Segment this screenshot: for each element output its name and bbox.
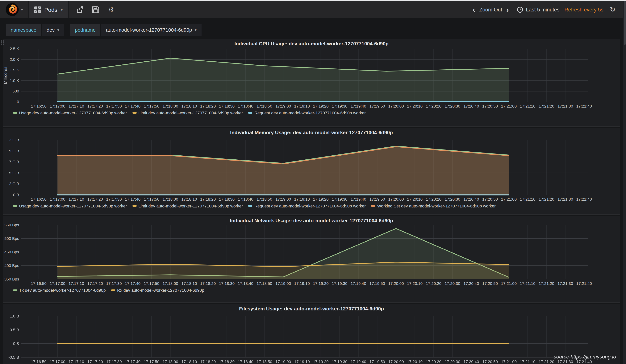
svg-text:0: 0 bbox=[17, 99, 19, 104]
refresh-icon[interactable]: ↻ bbox=[610, 5, 616, 14]
panel-title-filesystem[interactable]: Filesystem Usage: dev auto-model-worker-… bbox=[3, 305, 620, 312]
svg-text:17:19:00: 17:19:00 bbox=[275, 197, 291, 201]
svg-text:17:21:10: 17:21:10 bbox=[520, 281, 536, 286]
svg-text:17:16:50: 17:16:50 bbox=[31, 360, 46, 364]
scrollbar-thumb[interactable] bbox=[624, 1, 626, 45]
legend-item[interactable]: Limit dev auto-model-worker-1270771004-6… bbox=[132, 204, 243, 208]
caret-down-icon: ▾ bbox=[21, 7, 23, 12]
svg-text:17:19:20: 17:19:20 bbox=[313, 281, 329, 286]
legend-item[interactable]: Tx dev auto-model-worker-1270771004-6d90… bbox=[13, 288, 106, 293]
source-note: source https://jimmysong.io bbox=[554, 354, 616, 360]
legend-item[interactable]: Limit dev auto-model-worker-1270771004-6… bbox=[132, 111, 243, 115]
time-shift-forward-button[interactable]: › bbox=[506, 6, 509, 13]
svg-text:1.0 B: 1.0 B bbox=[10, 314, 19, 318]
legend-label: Limit dev auto-model-worker-1270771004-6… bbox=[138, 204, 243, 208]
zoom-out-button[interactable]: Zoom Out bbox=[479, 7, 502, 12]
svg-text:17:19:00: 17:19:00 bbox=[275, 360, 291, 364]
cyan-series-swatch bbox=[248, 112, 252, 114]
legend-item[interactable]: Usage dev auto-model-worker-1270771004-6… bbox=[13, 111, 127, 115]
memory-legend: Usage dev auto-model-worker-1270771004-6… bbox=[13, 204, 620, 208]
chart-svg: 350 Bps400 Bps450 Bps500 Bps550 Bps17:16… bbox=[3, 224, 620, 288]
svg-text:17:19:40: 17:19:40 bbox=[351, 360, 366, 364]
cpu-chart[interactable]: 05001.0 K1.5 K2.0 K2.5 K17:16:5017:17:00… bbox=[3, 47, 620, 110]
svg-text:17:19:00: 17:19:00 bbox=[275, 281, 291, 286]
y-axis-label: Millicores bbox=[3, 66, 8, 84]
svg-text:17:20:50: 17:20:50 bbox=[482, 104, 498, 108]
chart-svg: -0.5 B0 B0.5 B1.0 B17:16:5017:17:0017:17… bbox=[3, 312, 620, 364]
variable-podname-value[interactable]: auto-model-worker-1270771004-6d90p ▾ bbox=[101, 24, 201, 36]
svg-text:17:17:00: 17:17:00 bbox=[50, 197, 66, 201]
panel-title-memory[interactable]: Individual Memory Usage: dev auto-model-… bbox=[3, 129, 620, 136]
svg-text:17:21:10: 17:21:10 bbox=[520, 360, 536, 364]
main-menu-button[interactable]: ▾ bbox=[0, 1, 28, 18]
legend-label: Rx dev auto-model-worker-1270771004-6d90… bbox=[117, 288, 204, 293]
svg-text:17:18:10: 17:18:10 bbox=[181, 197, 197, 201]
svg-text:17:20:30: 17:20:30 bbox=[445, 197, 460, 201]
svg-text:17:18:00: 17:18:00 bbox=[163, 360, 178, 364]
share-button[interactable] bbox=[76, 5, 84, 14]
chart-svg: 05001.0 K1.5 K2.0 K2.5 K17:16:5017:17:00… bbox=[3, 47, 620, 110]
svg-text:17:19:30: 17:19:30 bbox=[332, 281, 348, 286]
filesystem-chart[interactable]: -0.5 B0 B0.5 B1.0 B17:16:5017:17:0017:17… bbox=[3, 312, 620, 364]
row-drag-handle[interactable] bbox=[1, 40, 4, 45]
refresh-interval-button[interactable]: Refresh every 5s bbox=[564, 7, 603, 12]
svg-text:1.0 K: 1.0 K bbox=[10, 78, 19, 83]
svg-text:17:19:50: 17:19:50 bbox=[369, 197, 385, 201]
panel-cpu: Individual CPU Usage: dev auto-model-wor… bbox=[3, 39, 620, 127]
settings-gear-icon[interactable]: ⚙ bbox=[107, 5, 115, 14]
save-button[interactable] bbox=[91, 5, 100, 14]
svg-text:17:20:50: 17:20:50 bbox=[482, 281, 498, 286]
svg-text:17:20:30: 17:20:30 bbox=[445, 360, 460, 364]
legend-item[interactable]: Usage dev auto-model-worker-1270771004-6… bbox=[13, 204, 127, 208]
svg-text:17:18:00: 17:18:00 bbox=[163, 197, 178, 201]
time-range-picker[interactable]: Last 5 minutes bbox=[517, 6, 560, 13]
variable-value-text: auto-model-worker-1270771004-6d90p bbox=[106, 27, 192, 33]
dashboard-picker[interactable]: Pods ▾ bbox=[28, 1, 69, 18]
svg-text:17:16:50: 17:16:50 bbox=[31, 281, 46, 286]
svg-text:17:19:10: 17:19:10 bbox=[294, 360, 310, 364]
svg-text:17:20:40: 17:20:40 bbox=[463, 197, 479, 201]
svg-text:17:17:10: 17:17:10 bbox=[69, 281, 84, 286]
scrollbar[interactable] bbox=[623, 1, 626, 364]
svg-text:7 GiB: 7 GiB bbox=[9, 160, 19, 164]
legend-item[interactable]: Rx dev auto-model-worker-1270771004-6d90… bbox=[111, 288, 204, 293]
svg-text:2.0 K: 2.0 K bbox=[10, 57, 19, 62]
svg-text:17:17:00: 17:17:00 bbox=[50, 104, 66, 108]
variable-podname-label[interactable]: podname bbox=[70, 24, 100, 36]
orange-series-swatch bbox=[371, 205, 375, 207]
caret-down-icon: ▾ bbox=[57, 28, 59, 32]
legend-item[interactable]: Working Set dev auto-model-worker-127077… bbox=[371, 204, 496, 208]
svg-text:17:17:40: 17:17:40 bbox=[125, 104, 141, 108]
svg-text:2 GiB: 2 GiB bbox=[9, 182, 19, 186]
network-chart[interactable]: 350 Bps400 Bps450 Bps500 Bps550 Bps17:16… bbox=[3, 224, 620, 288]
svg-text:17:19:20: 17:19:20 bbox=[313, 104, 329, 108]
svg-text:17:19:10: 17:19:10 bbox=[294, 197, 310, 201]
legend-item[interactable]: Request dev auto-model-worker-1270771004… bbox=[248, 111, 366, 115]
time-shift-back-button[interactable]: ‹ bbox=[472, 6, 476, 13]
svg-text:500: 500 bbox=[12, 89, 19, 93]
svg-text:17:19:40: 17:19:40 bbox=[351, 281, 366, 286]
svg-text:550 Bps: 550 Bps bbox=[4, 224, 19, 227]
svg-text:17:19:30: 17:19:30 bbox=[332, 104, 348, 108]
svg-text:17:21:00: 17:21:00 bbox=[501, 197, 517, 201]
svg-text:400 Bps: 400 Bps bbox=[4, 263, 19, 268]
variable-namespace-value[interactable]: dev ▾ bbox=[41, 24, 64, 36]
memory-chart[interactable]: 0 B2 GiB5 GiB7 GiB9 GiB12 GiB17:16:5017:… bbox=[3, 136, 620, 203]
svg-text:17:17:30: 17:17:30 bbox=[106, 281, 122, 286]
panel-title-cpu[interactable]: Individual CPU Usage: dev auto-model-wor… bbox=[3, 40, 620, 47]
svg-text:17:17:10: 17:17:10 bbox=[69, 360, 84, 364]
svg-text:17:19:50: 17:19:50 bbox=[369, 281, 385, 286]
legend-label: Usage dev auto-model-worker-1270771004-6… bbox=[19, 204, 127, 208]
svg-text:17:17:10: 17:17:10 bbox=[69, 197, 84, 201]
variable-namespace-label[interactable]: namespace bbox=[6, 24, 41, 36]
svg-text:17:20:30: 17:20:30 bbox=[445, 281, 460, 286]
legend-item[interactable]: Request dev auto-model-worker-1270771004… bbox=[248, 204, 366, 208]
svg-text:17:18:10: 17:18:10 bbox=[181, 104, 197, 108]
legend-label: Limit dev auto-model-worker-1270771004-6… bbox=[138, 111, 243, 115]
grafana-dashboard: ▾ Pods ▾ bbox=[0, 0, 626, 364]
panel-title-network[interactable]: Individual Network Usage: dev auto-model… bbox=[3, 217, 620, 224]
svg-text:17:18:30: 17:18:30 bbox=[219, 360, 235, 364]
navbar: ▾ Pods ▾ bbox=[0, 1, 626, 18]
time-range-label: Last 5 minutes bbox=[526, 7, 560, 12]
template-variables: namespace dev ▾ podname auto-model-worke… bbox=[6, 24, 201, 36]
